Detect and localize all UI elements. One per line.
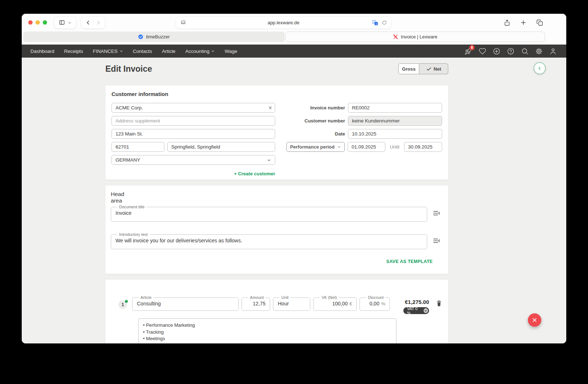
quick-add-icon[interactable]	[492, 46, 501, 56]
collapse-panel-button[interactable]	[534, 62, 546, 74]
help-icon[interactable]	[506, 46, 515, 56]
close-floating-button[interactable]	[528, 313, 541, 327]
unit-field: Unit	[273, 295, 310, 311]
whats-new-rocket-icon[interactable]: 8	[463, 46, 473, 56]
performance-period-dropdown[interactable]: Performance period	[286, 142, 345, 152]
chevron-down-icon	[337, 145, 341, 149]
nav-item-receipts[interactable]: Receipts	[64, 49, 83, 54]
translate-icon[interactable]: Aa	[372, 20, 378, 26]
net-toggle-button[interactable]: Net	[419, 63, 448, 74]
article-field: Article	[132, 295, 239, 311]
nav-item-dashboard[interactable]: Dashboard	[30, 49, 54, 54]
tab-label: Invoice | Lexware	[401, 34, 437, 39]
document-title-input[interactable]	[116, 209, 423, 216]
discount-input[interactable]	[364, 300, 379, 306]
back-button[interactable]	[85, 20, 91, 26]
gross-net-toggle: Gross Net	[398, 63, 448, 74]
customer-information-card: Customer information ×	[105, 85, 448, 180]
minimize-window-button[interactable]	[35, 20, 40, 25]
date-input[interactable]	[348, 129, 442, 139]
close-window-button[interactable]	[28, 20, 33, 25]
text-blocks-icon[interactable]	[433, 237, 440, 245]
tab-invoice-lexware[interactable]: Invoice | Lexware	[285, 32, 545, 42]
nav-item-article[interactable]: Article	[162, 49, 176, 54]
nav-item-contacts[interactable]: Contacts	[133, 49, 152, 54]
settings-gear-icon[interactable]	[534, 46, 543, 56]
period-to-input[interactable]	[404, 142, 442, 152]
notification-badge: 8	[469, 45, 475, 50]
share-icon[interactable]	[504, 19, 511, 26]
nav-item-accounting[interactable]: Accounting	[185, 49, 215, 54]
tab-bar: timeBuzzer Invoice | Lexware	[22, 31, 566, 45]
document-title-field: Document title	[111, 205, 427, 222]
section-title: Customer information	[112, 91, 442, 97]
tab-overview-icon[interactable]	[536, 19, 543, 26]
city-input[interactable]	[167, 142, 275, 152]
amount-label: Amount	[248, 295, 265, 300]
reload-icon[interactable]	[382, 20, 387, 25]
section-title: Head area	[111, 191, 115, 195]
chevron-down-icon	[68, 21, 72, 25]
unit-input[interactable]	[278, 300, 306, 306]
account-person-icon[interactable]	[548, 46, 558, 56]
nav-item-wage[interactable]: Wage	[224, 49, 237, 54]
article-input[interactable]	[137, 300, 234, 306]
nav-item-finances[interactable]: FINANCES	[93, 49, 123, 54]
period-from-input[interactable]	[348, 142, 385, 152]
save-as-template-link[interactable]: SAVE AS TEMPLATE	[111, 259, 433, 264]
street-input[interactable]	[112, 129, 275, 139]
chevron-down-icon	[424, 308, 428, 313]
country-select[interactable]: GERMANY	[112, 155, 275, 165]
search-icon[interactable]	[520, 46, 529, 56]
currency-suffix: €	[349, 301, 352, 306]
customer-number-input	[348, 116, 442, 126]
lexware-favicon	[393, 34, 398, 39]
discount-field: Discount %	[360, 295, 390, 311]
item-status-dot	[125, 300, 128, 303]
tab-timebuzzer[interactable]: timeBuzzer	[23, 32, 285, 42]
address-supplement-input[interactable]	[112, 116, 275, 126]
date-label: Date	[335, 131, 345, 137]
item-description-textarea[interactable]: • Performance Marketing • Tracking • Mee…	[138, 318, 396, 343]
page-settings-icon[interactable]	[180, 20, 186, 26]
zip-input[interactable]	[112, 142, 164, 152]
nav-links: Dashboard Receipts FINANCES Contacts Art…	[30, 49, 237, 54]
address-bar[interactable]: app.lexware.de Aa	[176, 17, 391, 29]
checkmark-icon	[426, 66, 432, 72]
price-net-label: VK (Net)	[320, 295, 339, 300]
amount-input[interactable]	[246, 300, 265, 306]
forward-button[interactable]	[95, 20, 101, 26]
invoice-number-input[interactable]	[348, 103, 442, 113]
new-tab-icon[interactable]	[520, 19, 527, 26]
sidebar-toggle-button[interactable]	[54, 17, 76, 29]
unit-label: Unit	[280, 295, 290, 300]
create-customer-link[interactable]: + Create customer	[112, 171, 275, 176]
amount-field: Amount	[242, 295, 270, 311]
head-area-card: Head area Document title Introductory te…	[105, 185, 448, 274]
introductory-text-input[interactable]	[116, 237, 423, 243]
delete-item-trash-icon[interactable]	[436, 300, 442, 307]
customer-number-label: Customer number	[304, 118, 345, 124]
clear-customer-icon[interactable]: ×	[269, 104, 272, 112]
zoom-window-button[interactable]	[43, 20, 47, 25]
introductory-text-field: Introductory text	[111, 232, 427, 249]
gross-toggle-button[interactable]: Gross	[398, 63, 419, 74]
page-content: Edit Invoice Gross Net Customer informat…	[22, 58, 566, 343]
url-text: app.lexware.de	[268, 20, 299, 25]
document-title-label: Document title	[117, 205, 146, 209]
traffic-lights	[28, 20, 47, 25]
price-net-field: VK (Net) €	[313, 295, 357, 311]
desktop-background: app.lexware.de Aa	[0, 0, 588, 384]
price-net-input[interactable]	[318, 300, 348, 306]
favorites-heart-icon[interactable]	[478, 46, 487, 56]
customer-name-input[interactable]	[112, 103, 275, 113]
divider	[93, 19, 93, 26]
text-blocks-icon[interactable]	[433, 209, 440, 217]
invoice-number-label: Invoice number	[310, 105, 345, 110]
article-label: Article	[139, 295, 154, 300]
app-navigation-bar: Dashboard Receipts FINANCES Contacts Art…	[22, 45, 566, 58]
vat-rate-dropdown[interactable]: VAT 0 %	[403, 307, 429, 314]
discount-label: Discount	[366, 295, 385, 300]
safari-window: app.lexware.de Aa	[22, 14, 566, 343]
percent-suffix: %	[381, 301, 386, 306]
